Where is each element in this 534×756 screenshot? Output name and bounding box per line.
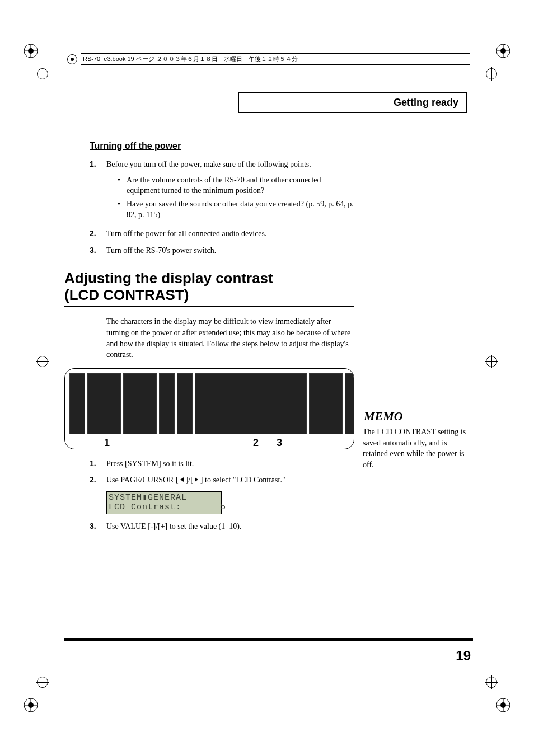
keyboard-panel-diagram: 1 2 3 — [64, 368, 354, 449]
step-text: Use PAGE/CURSOR [ ]/[ ] to select "LCD C… — [106, 475, 355, 486]
step-text: Turn off the power for all connected aud… — [106, 228, 355, 240]
step-text: Turn off the RS-70's power switch. — [106, 245, 355, 256]
svg-point-7 — [500, 702, 506, 708]
step-number: 1. — [90, 458, 106, 469]
bullet-icon: • — [118, 199, 127, 220]
svg-point-5 — [28, 702, 34, 708]
sub-item: Have you saved the sounds or other data … — [127, 199, 355, 220]
diagram-callout-3: 3 — [277, 437, 282, 449]
heading-rule — [64, 306, 354, 308]
svg-point-1 — [28, 48, 34, 54]
section-heading-contrast: Adjusting the display contrast (LCD CONT… — [64, 270, 473, 304]
power-off-steps: 1. Before you turn off the power, make s… — [90, 159, 473, 256]
framemaker-book-info: RS-70_e3.book 19 ページ ２００３年６月１８日 水曜日 午後１２… — [67, 53, 470, 65]
book-info-text: RS-70_e3.book 19 ページ ２００３年６月１８日 水曜日 午後１２… — [81, 53, 470, 65]
intro-paragraph: The characters in the display may be dif… — [106, 316, 355, 360]
diagram-callout-1: 1 — [104, 437, 110, 449]
target-icon — [67, 54, 77, 64]
chapter-header: Getting ready — [238, 92, 467, 113]
diagram-callout-2: 2 — [253, 437, 259, 449]
page-number: 19 — [456, 648, 471, 664]
step-number: 2. — [90, 475, 106, 486]
memo-label: MEMO — [363, 409, 404, 424]
svg-point-6 — [496, 698, 510, 712]
step-number: 1. — [90, 159, 106, 223]
memo-text: The LCD CONTRAST setting is saved automa… — [363, 426, 474, 470]
step-number: 3. — [90, 245, 106, 256]
footer-rule — [64, 638, 473, 641]
svg-point-3 — [500, 48, 506, 54]
sub-item: Are the volume controls of the RS-70 and… — [127, 175, 355, 196]
svg-point-0 — [24, 44, 38, 58]
memo-sidebar: MEMO The LCD CONTRAST setting is saved a… — [363, 409, 474, 470]
svg-point-4 — [24, 698, 38, 712]
section-heading-power-off: Turning off the power — [90, 141, 473, 151]
step-text: Press [SYSTEM] so it is lit. — [106, 458, 355, 469]
svg-point-2 — [496, 44, 510, 58]
bullet-icon: • — [118, 175, 127, 196]
step-number: 2. — [90, 228, 106, 240]
chapter-title: Getting ready — [394, 97, 458, 108]
lcd-screenshot: SYSTEM▮GENERAL LCD Contrast: 5 — [106, 491, 222, 514]
contrast-steps-cont: 3. Use VALUE [-]/[+] to set the value (1… — [90, 521, 473, 532]
step-number: 3. — [90, 521, 106, 532]
step-text: Before you turn off the power, make sure… — [106, 160, 311, 168]
step-text: Use VALUE [-]/[+] to set the value (1–10… — [106, 521, 355, 532]
